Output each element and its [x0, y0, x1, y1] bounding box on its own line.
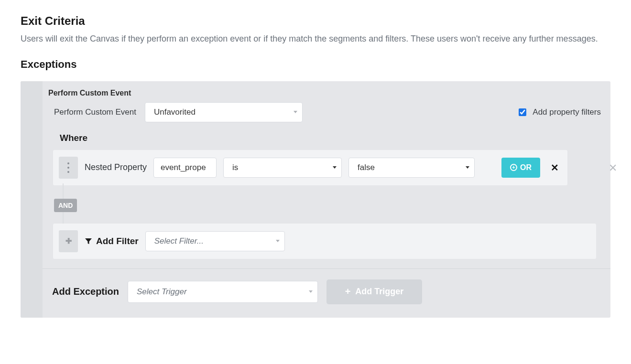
add-filter-row: ✚ Add Filter Select Filter...: [53, 224, 596, 259]
chevron-down-icon: [309, 290, 313, 293]
exit-criteria-description: Users will exit the Canvas if they perfo…: [21, 32, 610, 46]
add-filter-label: Add Filter: [85, 236, 139, 246]
property-name-input[interactable]: [153, 158, 217, 178]
filter-drag-handle[interactable]: [59, 157, 78, 179]
add-filter-select[interactable]: Select Filter...: [145, 231, 285, 251]
caret-down-icon: [466, 166, 469, 169]
where-title: Where: [60, 133, 596, 143]
add-trigger-label: Add Trigger: [355, 287, 403, 297]
add-property-filters-checkbox[interactable]: [519, 108, 526, 116]
custom-event-selected: Unfavorited: [154, 107, 196, 117]
filter-type-label: Nested Property: [85, 162, 147, 172]
filter-row: Nested Property is false: [53, 150, 567, 185]
value-select[interactable]: false: [348, 158, 475, 178]
or-button[interactable]: + OR: [501, 158, 540, 178]
filter-row-wrap: Nested Property is false: [53, 150, 596, 185]
operator-value: is: [232, 163, 238, 172]
add-filter-placeholder: Select Filter...: [154, 236, 204, 246]
trigger-placeholder: Select Trigger: [137, 287, 187, 297]
caret-down-icon: [294, 111, 297, 113]
filter-list: Nested Property is false: [53, 150, 596, 259]
value-selected: false: [358, 163, 375, 172]
drag-dots-icon: [67, 162, 69, 173]
trigger-select[interactable]: Select Trigger: [128, 281, 318, 303]
add-exception-label: Add Exception: [52, 286, 119, 297]
panel-body: Perform Custom Event Perform Custom Even…: [43, 81, 610, 318]
and-pill: AND: [54, 199, 77, 212]
exceptions-title: Exceptions: [21, 58, 610, 71]
exceptions-panel: Perform Custom Event Perform Custom Even…: [21, 81, 610, 318]
caret-down-icon: [333, 166, 337, 169]
add-filter-handle[interactable]: ✚: [59, 230, 78, 252]
plus-circle-icon: +: [510, 164, 517, 171]
connector: AND: [53, 185, 596, 224]
panel-gutter: [21, 81, 43, 318]
custom-event-row: Perform Custom Event Unfavorited Add pro…: [48, 102, 601, 122]
custom-event-header: Perform Custom Event: [48, 89, 601, 97]
add-property-filters-label: Add property filters: [533, 107, 601, 117]
add-trigger-button[interactable]: + Add Trigger: [326, 279, 422, 304]
caret-down-icon: [276, 240, 280, 242]
custom-event-label: Perform Custom Event: [54, 107, 136, 117]
or-button-label: OR: [520, 163, 532, 172]
remove-row-button[interactable]: ✕: [609, 162, 617, 174]
plus-icon: +: [345, 286, 351, 297]
custom-event-select[interactable]: Unfavorited: [145, 102, 303, 122]
plus-icon: ✚: [65, 236, 72, 246]
add-filter-text: Add Filter: [96, 236, 139, 246]
where-block: Where Nested Property is: [53, 133, 596, 259]
operator-select[interactable]: is: [223, 158, 342, 178]
funnel-icon: [85, 237, 92, 245]
exit-criteria-title: Exit Criteria: [21, 14, 610, 28]
add-exception-footer: Add Exception Select Trigger + Add Trigg…: [43, 268, 610, 318]
custom-event-block: Perform Custom Event Perform Custom Even…: [43, 81, 610, 268]
remove-filter-button[interactable]: ✕: [548, 162, 562, 173]
add-property-filters-toggle[interactable]: Add property filters: [517, 107, 601, 118]
